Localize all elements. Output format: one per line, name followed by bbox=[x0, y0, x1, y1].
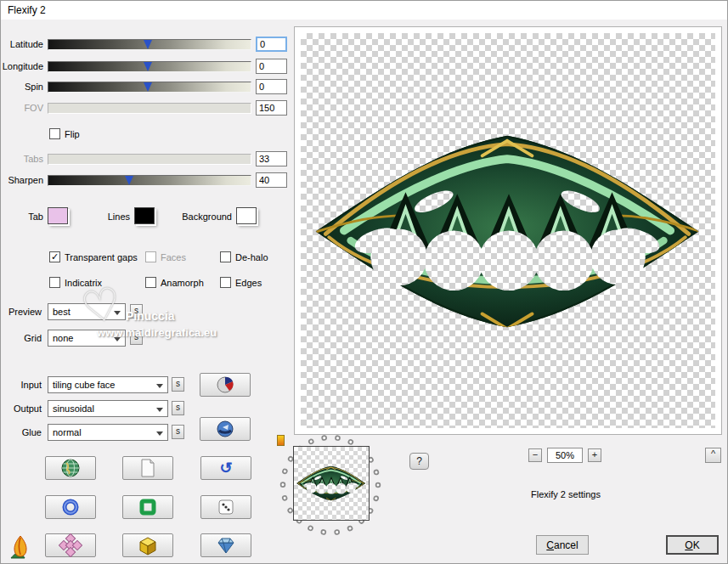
anamorph-checkbox[interactable] bbox=[145, 277, 156, 288]
pink-cross-icon bbox=[59, 533, 82, 557]
spin-label: Spin bbox=[1, 82, 43, 92]
flip-checkbox[interactable] bbox=[49, 128, 60, 139]
preview-random-label: s bbox=[134, 306, 138, 315]
grid-dropdown[interactable]: none bbox=[48, 330, 126, 347]
gem-button[interactable] bbox=[200, 533, 251, 557]
tabs-value-input[interactable] bbox=[256, 151, 287, 166]
output-random-label: s bbox=[176, 403, 180, 412]
background-color-label: Background bbox=[172, 212, 232, 222]
spin-slider-handle[interactable] bbox=[144, 82, 152, 92]
flexify-dialog: Flexify 2 Latitude Longitude Spin FOV Fl… bbox=[0, 0, 728, 564]
zoom-level: 50% bbox=[547, 448, 583, 463]
longitude-value-input[interactable] bbox=[256, 59, 287, 74]
lines-color-label: Lines bbox=[86, 212, 130, 222]
tab-color-swatch[interactable] bbox=[48, 207, 68, 224]
yellow-box-icon bbox=[136, 534, 160, 556]
grid-random-label: s bbox=[134, 332, 138, 341]
make-cube-face-button[interactable] bbox=[200, 373, 251, 397]
preview-random-button[interactable]: s bbox=[130, 304, 143, 319]
output-dropdown[interactable]: sinusoidal bbox=[48, 400, 168, 417]
transparent-gaps-checkbox[interactable]: ✓ bbox=[49, 251, 60, 262]
glue-dropdown[interactable]: normal bbox=[48, 424, 168, 441]
indicatrix-checkbox[interactable] bbox=[49, 277, 60, 288]
paper-icon bbox=[138, 458, 157, 478]
lines-color-swatch[interactable] bbox=[134, 207, 155, 224]
input-random-button[interactable]: s bbox=[172, 377, 184, 392]
undo-icon: ↺ bbox=[219, 460, 232, 476]
de-halo-checkbox[interactable] bbox=[220, 251, 231, 262]
cancel-button[interactable]: Cancel bbox=[536, 535, 589, 555]
settings-menu[interactable]: Flexify 2 settings bbox=[511, 489, 621, 499]
sharpen-value-input[interactable] bbox=[256, 172, 287, 188]
check-icon: ✓ bbox=[51, 251, 59, 262]
blue-diamond-icon bbox=[214, 535, 238, 556]
sharpen-label: Sharpen bbox=[1, 175, 43, 185]
dice-icon bbox=[217, 498, 235, 516]
grid-random-button[interactable]: s bbox=[130, 330, 143, 345]
chevron-down-icon bbox=[156, 408, 163, 412]
latitude-value-input[interactable] bbox=[256, 37, 287, 52]
transparent-gaps-label: Transparent gaps bbox=[65, 252, 138, 262]
glue-dropdown-label: Glue bbox=[1, 427, 42, 437]
grid-dropdown-value: none bbox=[53, 333, 73, 343]
preview-frame bbox=[294, 26, 722, 435]
glue-random-button[interactable]: s bbox=[172, 425, 184, 439]
collapse-button[interactable]: ^ bbox=[705, 448, 721, 463]
grid-dropdown-label: Grid bbox=[1, 333, 42, 343]
latitude-label: Latitude bbox=[1, 39, 43, 49]
latitude-slider-handle[interactable] bbox=[144, 40, 152, 49]
load-image-button[interactable] bbox=[45, 456, 96, 480]
fov-slider bbox=[48, 103, 251, 114]
tulip-icon[interactable] bbox=[6, 533, 37, 560]
input-dropdown-label: Input bbox=[1, 380, 42, 390]
faces-checkbox bbox=[145, 251, 156, 262]
edges-label: Edges bbox=[235, 278, 262, 288]
preview-image bbox=[301, 33, 717, 430]
help-button[interactable]: ? bbox=[409, 453, 429, 470]
glue-dropdown-value: normal bbox=[53, 427, 82, 437]
longitude-slider-handle[interactable] bbox=[144, 62, 152, 71]
longitude-slider[interactable] bbox=[48, 61, 251, 72]
sharpen-slider[interactable] bbox=[48, 175, 251, 186]
fov-value-input[interactable] bbox=[256, 100, 287, 116]
edges-checkbox[interactable] bbox=[220, 277, 231, 288]
gift-button[interactable] bbox=[122, 533, 173, 557]
sharpen-slider-handle[interactable] bbox=[125, 176, 133, 185]
preview-dropdown[interactable]: best bbox=[48, 303, 126, 320]
background-color-swatch[interactable] bbox=[236, 207, 257, 224]
output-random-button[interactable]: s bbox=[172, 401, 184, 415]
thumbnail-preview[interactable] bbox=[293, 446, 370, 521]
apply-sphere-button[interactable] bbox=[200, 417, 251, 441]
preview-dropdown-value: best bbox=[53, 307, 71, 317]
fov-label: FOV bbox=[1, 103, 43, 113]
zoom-out-button[interactable]: − bbox=[528, 448, 542, 462]
flip-label: Flip bbox=[65, 129, 80, 139]
preview-canvas[interactable] bbox=[301, 33, 715, 428]
preview-dropdown-label: Preview bbox=[1, 307, 42, 317]
ring-mode-button[interactable] bbox=[45, 495, 96, 519]
ok-button[interactable]: OK bbox=[666, 535, 719, 555]
sphere-red-icon bbox=[215, 375, 235, 394]
ok-initial: O bbox=[685, 539, 692, 551]
copy-settings-button[interactable] bbox=[122, 456, 173, 480]
thumbnail-image bbox=[294, 447, 369, 520]
zoom-in-button[interactable]: + bbox=[588, 448, 601, 462]
green-square-icon bbox=[138, 498, 157, 516]
cancel-rest: ancel bbox=[554, 539, 578, 551]
cancel-initial: C bbox=[546, 539, 554, 551]
undo-button[interactable]: ↺ bbox=[200, 456, 251, 480]
randomize-button[interactable] bbox=[200, 495, 251, 519]
output-dropdown-label: Output bbox=[1, 403, 42, 414]
spin-slider[interactable] bbox=[48, 82, 251, 93]
title-bar: Flexify 2 bbox=[1, 1, 727, 20]
spin-value-input[interactable] bbox=[256, 79, 287, 94]
tab-color-label: Tab bbox=[1, 212, 43, 222]
input-random-label: s bbox=[176, 379, 180, 388]
flower-pattern-button[interactable] bbox=[45, 533, 96, 557]
caret-up-icon: ^ bbox=[711, 448, 715, 459]
anamorph-label: Anamorph bbox=[161, 278, 204, 288]
latitude-slider[interactable] bbox=[48, 39, 251, 50]
glue-random-label: s bbox=[176, 426, 180, 436]
frame-mode-button[interactable] bbox=[122, 495, 173, 519]
input-dropdown[interactable]: tiling cube face bbox=[48, 376, 168, 393]
